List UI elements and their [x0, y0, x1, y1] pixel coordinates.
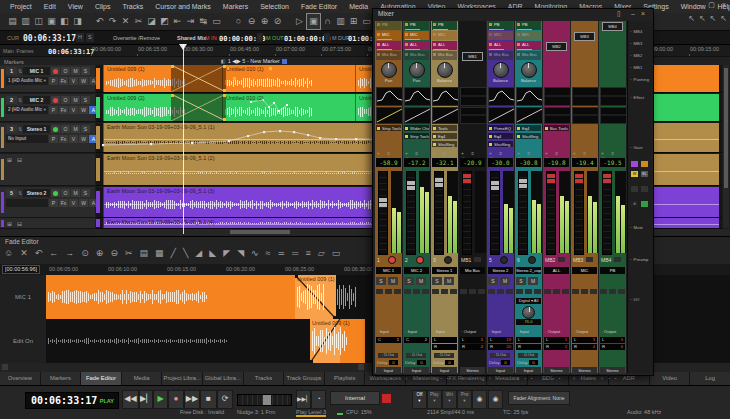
gain-display[interactable]: -19.5 — [600, 158, 625, 167]
mixer-section-mb4[interactable]: MB4 — [630, 29, 642, 34]
delay-control[interactable]: Delay 0 — [489, 360, 510, 365]
strip-mini-button[interactable] — [441, 289, 448, 294]
strip-mini-button[interactable] — [516, 289, 523, 294]
io-mode-button[interactable]: Stereo — [572, 367, 597, 374]
channel-fader[interactable] — [602, 171, 612, 255]
io-routing-box[interactable]: R6 — [600, 344, 625, 350]
mute-button[interactable]: M — [444, 277, 454, 285]
marker-new-marker[interactable]: ◧ 1 ◀▶ 5 - New Marker — [221, 58, 287, 64]
play-selection-icon[interactable]: ▷ — [293, 14, 306, 29]
track-v-button[interactable]: V — [69, 135, 78, 143]
io-routing-box[interactable]: R — [432, 344, 457, 350]
fade-tool-icon-15[interactable]: ◣ — [209, 248, 216, 258]
track-resize-icon[interactable]: ⇅ — [18, 68, 22, 74]
io-routing-box[interactable]: R20 — [488, 344, 513, 350]
send-all[interactable]: ALL — [404, 41, 429, 50]
send-mic[interactable]: MIC — [404, 31, 429, 40]
io-routing-box[interactable]: C1 — [376, 337, 401, 343]
gain-display[interactable]: -19.4 — [572, 158, 597, 167]
fader-handle[interactable] — [407, 181, 415, 190]
horizontal-scrollbar-handle[interactable] — [230, 230, 290, 234]
trim-both-icon[interactable]: ↹ — [197, 14, 210, 29]
mixer-window-title[interactable]: Mixer — [378, 10, 394, 17]
menu-tracks[interactable]: Tracks — [116, 0, 149, 13]
track-header-1[interactable]: 1 ⇅ MIC 1 OMS 1 (HD Audio Mic + PFxVWA — [0, 65, 95, 93]
eq-curve-display[interactable] — [460, 87, 487, 106]
chase-button[interactable]: ▶▶▏ — [296, 390, 311, 409]
fade-tool-icon-10[interactable]: ▤ — [139, 248, 148, 258]
tab-global-libra[interactable]: Global Libra... — [203, 372, 243, 385]
edit-cursor-icon-3[interactable]: ↖ — [710, 14, 717, 23]
track-input-selector[interactable]: No Input — [6, 135, 48, 143]
fade-tool-icon-1[interactable]: ☺ — [4, 248, 13, 258]
strip-mini-button[interactable] — [478, 289, 485, 294]
track-options-icon[interactable]: ⊟ — [17, 156, 22, 163]
balance-knob[interactable] — [437, 62, 453, 78]
stop-button[interactable]: ■ — [200, 390, 217, 409]
solo-button[interactable]: S — [488, 277, 498, 285]
send-mic[interactable]: MIC — [516, 31, 541, 40]
strip-name[interactable]: Stereo 2_copy — [516, 267, 541, 274]
fader-alignment-button[interactable]: Fader Alignment: None — [508, 391, 570, 405]
io-mode-button[interactable]: Input — [488, 367, 513, 374]
fade-out-clip-body[interactable] — [46, 275, 295, 319]
delete-icon[interactable]: ✕ — [119, 14, 132, 29]
mixer-section-effect[interactable]: Effect — [630, 95, 644, 100]
panel-button-1[interactable] — [631, 186, 638, 192]
balance-knob[interactable] — [493, 62, 509, 78]
strip-record-button[interactable] — [444, 256, 452, 264]
gain-display[interactable]: -58.9 — [376, 158, 401, 167]
track-fx-button[interactable]: Fx — [59, 77, 68, 85]
mixer-section-mb2[interactable]: MB2 — [630, 53, 642, 58]
track-s-button[interactable]: S — [81, 125, 90, 133]
tab-log[interactable]: Log — [690, 372, 730, 385]
dynamics-curve-display[interactable] — [488, 107, 515, 124]
fade-tool-icon-5[interactable]: → — [65, 248, 74, 258]
dynamics-curve-display[interactable] — [404, 107, 431, 124]
automation-wrt-button[interactable]: Wrt▾ — [442, 390, 457, 409]
tab-media[interactable]: Media — [122, 372, 162, 385]
edit-cursor-icon-4[interactable]: ↖ — [720, 14, 727, 23]
track-input-selector[interactable]: 1 (HD Audio Mic + — [6, 77, 48, 85]
io-routing-box[interactable]: L — [516, 337, 541, 343]
play-level-status[interactable]: Play Level 3 — [296, 409, 326, 417]
tab-project-libra[interactable]: Project Libra... — [162, 372, 202, 385]
eq-curve-display[interactable] — [572, 87, 599, 106]
strip-option-button[interactable] — [614, 257, 621, 262]
sync-source-dropdown[interactable]: Internal — [330, 391, 380, 405]
track-o-button[interactable]: O — [61, 189, 70, 197]
redo-icon[interactable]: ↷ — [106, 14, 119, 29]
channel-fader[interactable] — [574, 171, 584, 255]
fade-scroll-right[interactable] — [358, 364, 364, 370]
io-mode-button[interactable]: Input — [404, 367, 429, 374]
channel-fader[interactable] — [518, 171, 528, 255]
channel-fader[interactable] — [378, 171, 388, 255]
track-fx-button[interactable]: Fx — [59, 199, 68, 207]
io-routing-box[interactable]: R2 — [460, 344, 485, 350]
clip-untitled-009-2[interactable]: Untitled 009 (2) — [103, 94, 226, 121]
jog-slider-handle[interactable] — [263, 395, 271, 405]
strip-mini-button[interactable] — [534, 289, 541, 294]
track-header-5[interactable]: 5 ⇅ Stereo 2 OMS PFxVWA — [0, 187, 95, 218]
track-w-button[interactable]: W — [79, 199, 88, 207]
menu-edit[interactable]: Edit — [38, 0, 62, 13]
channel-fader[interactable] — [462, 171, 472, 255]
insert-effect-eq4[interactable]: Eq4 — [516, 125, 541, 131]
strip-name[interactable]: MIC — [572, 267, 597, 274]
track-v-button[interactable]: V — [69, 106, 78, 114]
track-header-2[interactable]: 2 ⇅ MIC 2 OMS 2 (HD Audio Mic + PFxVWA — [0, 94, 95, 122]
mixer-minimize-icon[interactable]: – — [631, 10, 635, 17]
fader-handle[interactable] — [379, 198, 387, 207]
track-w-button[interactable]: W — [79, 106, 88, 114]
strip-mini-button[interactable] — [609, 289, 616, 294]
automation-off-button[interactable]: Off▾ — [412, 390, 427, 409]
fader-handle[interactable] — [463, 174, 471, 183]
io-routing-box[interactable]: L — [432, 337, 457, 343]
track-record-button[interactable] — [51, 125, 60, 133]
track-m-button[interactable]: M — [71, 189, 80, 197]
fader-handle[interactable] — [519, 179, 527, 188]
send-mic[interactable]: MIC — [488, 31, 513, 40]
dynamics-curve-display[interactable] — [600, 107, 627, 124]
edit-cursor-icon-1[interactable]: ↖ — [688, 14, 695, 23]
mixer-section-gain[interactable]: Gain — [630, 145, 642, 150]
